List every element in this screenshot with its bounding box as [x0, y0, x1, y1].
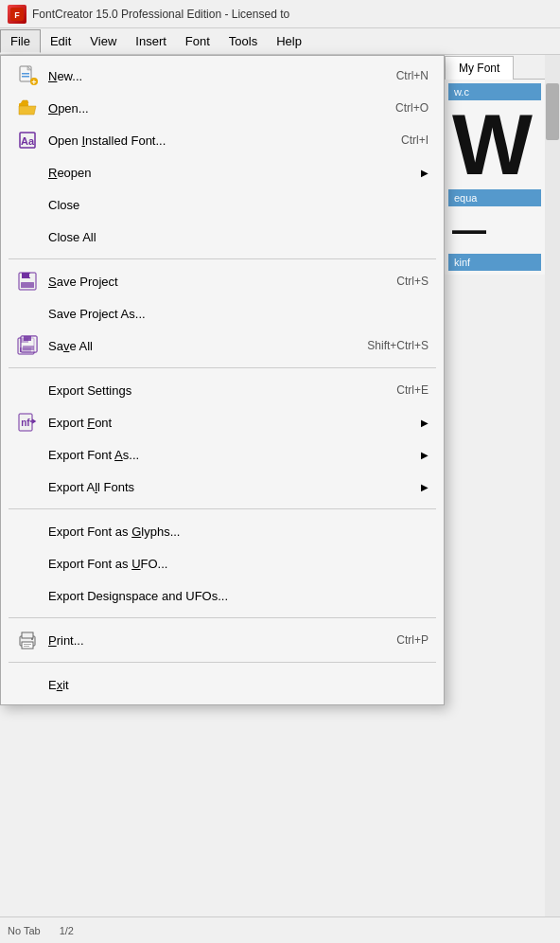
- bottom-bar: No Tab 1/2: [0, 916, 560, 943]
- save-project-icon: [12, 270, 43, 293]
- svg-rect-4: [22, 73, 29, 75]
- export-settings-icon-placeholder: [12, 379, 43, 401]
- svg-rect-28: [24, 646, 29, 647]
- menu-item-export-font[interactable]: nf Export Font ▶: [1, 406, 444, 438]
- menu-item-save-all[interactable]: Save All Shift+Ctrl+S: [1, 329, 444, 362]
- menu-item-save-project[interactable]: Save Project Ctrl+S: [1, 265, 444, 297]
- menu-file[interactable]: File: [0, 29, 41, 53]
- menu-item-export-settings[interactable]: Export Settings Ctrl+E: [1, 374, 444, 406]
- svg-rect-12: [22, 273, 30, 278]
- svg-rect-5: [22, 76, 29, 78]
- menu-item-open-shortcut: Ctrl+O: [395, 101, 429, 115]
- export-all-fonts-icon-placeholder: [12, 475, 43, 498]
- scrollbar-thumb[interactable]: [546, 83, 559, 140]
- open-installed-icon: Aa: [12, 129, 43, 151]
- menu-item-export-all-fonts[interactable]: Export All Fonts ▶: [1, 471, 444, 503]
- close-icon-placeholder: [12, 193, 43, 216]
- svg-rect-25: [22, 632, 33, 638]
- menu-item-export-font-as-label: Export Font As...: [48, 448, 413, 462]
- menu-bar: File Edit View Insert Font Tools Help: [0, 28, 560, 55]
- menu-item-export-glyphs-label: Export Font as Glyphs...: [48, 525, 429, 539]
- svg-rect-26: [22, 642, 33, 649]
- font-tab-label: My Font: [459, 62, 499, 75]
- dropdown-section-1: + New... Ctrl+N Open... Ctrl+O Aa: [1, 56, 444, 255]
- svg-text:F: F: [14, 10, 20, 20]
- menu-item-export-ufo-label: Export Font as UFO...: [48, 557, 429, 571]
- export-font-arrow-icon: ▶: [421, 418, 429, 428]
- menu-help[interactable]: Help: [267, 30, 311, 52]
- separator-1: [9, 258, 436, 259]
- menu-item-export-font-label: Export Font: [48, 416, 413, 430]
- reopen-arrow-icon: ▶: [421, 168, 429, 178]
- menu-item-exit-label: Exit: [48, 678, 429, 692]
- menu-item-save-project-label: Save Project: [48, 275, 359, 289]
- bottom-bar-page: 1/2: [60, 925, 74, 936]
- save-as-icon-placeholder: [12, 302, 43, 325]
- menu-item-new[interactable]: + New... Ctrl+N: [1, 60, 444, 92]
- menu-item-export-designspace[interactable]: Export Designspace and UFOs...: [1, 579, 444, 612]
- reopen-icon-placeholder: [12, 161, 43, 184]
- title-bar: F FontCreator 15.0 Professional Edition …: [0, 0, 560, 28]
- separator-4: [9, 617, 436, 618]
- menu-item-save-all-shortcut: Shift+Ctrl+S: [367, 339, 429, 352]
- menu-item-exit[interactable]: Exit: [1, 668, 444, 701]
- separator-3: [9, 508, 436, 509]
- dropdown-section-6: Exit: [1, 667, 444, 704]
- menu-item-open-installed[interactable]: Aa Open Installed Font... Ctrl+I: [1, 124, 444, 156]
- svg-rect-20: [24, 336, 31, 341]
- menu-item-export-designspace-label: Export Designspace and UFOs...: [48, 589, 429, 603]
- menu-item-close-all[interactable]: Close All: [1, 221, 444, 253]
- menu-item-open-installed-shortcut: Ctrl+I: [401, 133, 429, 147]
- dropdown-section-3: Export Settings Ctrl+E nf Export Font ▶ …: [1, 372, 444, 505]
- vertical-scrollbar[interactable]: [545, 55, 560, 943]
- app-title: FontCreator 15.0 Professional Edition - …: [32, 8, 289, 21]
- menu-item-export-font-as[interactable]: Export Font As... ▶: [1, 438, 444, 471]
- right-panel-dash: —: [448, 206, 541, 254]
- menu-item-print-label: Print...: [48, 633, 359, 648]
- export-designspace-icon-placeholder: [12, 584, 43, 607]
- font-tab[interactable]: My Font: [445, 56, 514, 80]
- exit-icon-placeholder: [12, 673, 43, 696]
- export-font-as-arrow-icon: ▶: [421, 450, 429, 460]
- menu-item-export-glyphs[interactable]: Export Font as Glyphs...: [1, 515, 444, 547]
- menu-item-new-shortcut: Ctrl+N: [396, 69, 429, 82]
- menu-item-save-project-as-label: Save Project As...: [48, 307, 429, 321]
- export-font-icon: nf: [12, 411, 43, 434]
- svg-rect-27: [24, 644, 31, 645]
- menu-item-close-all-label: Close All: [48, 230, 429, 244]
- separator-2: [9, 367, 436, 368]
- dropdown-section-5: Print... Ctrl+P: [1, 622, 444, 658]
- separator-5: [9, 662, 436, 663]
- app-icon: F: [8, 5, 26, 24]
- svg-text:nf: nf: [21, 418, 30, 428]
- menu-item-reopen-label: Reopen: [48, 166, 413, 180]
- menu-tools[interactable]: Tools: [219, 30, 267, 52]
- menu-item-save-project-shortcut: Ctrl+S: [396, 275, 429, 288]
- menu-item-export-ufo[interactable]: Export Font as UFO...: [1, 547, 444, 579]
- menu-item-open[interactable]: Open... Ctrl+O: [1, 92, 444, 124]
- menu-item-close[interactable]: Close: [1, 188, 444, 221]
- menu-item-save-project-as[interactable]: Save Project As...: [1, 297, 444, 329]
- menu-item-print-shortcut: Ctrl+P: [396, 633, 429, 647]
- save-all-icon: [12, 334, 43, 357]
- menu-view[interactable]: View: [80, 30, 126, 52]
- menu-item-reopen[interactable]: Reopen ▶: [1, 156, 444, 188]
- file-dropdown-menu: + New... Ctrl+N Open... Ctrl+O Aa: [0, 55, 445, 705]
- open-icon: [12, 97, 43, 119]
- menu-item-save-all-label: Save All: [48, 339, 329, 353]
- menu-edit[interactable]: Edit: [41, 30, 80, 52]
- right-panel-content: w.c W equa — kinf: [445, 80, 545, 275]
- print-icon: [12, 629, 43, 651]
- svg-rect-29: [31, 638, 33, 640]
- menu-insert[interactable]: Insert: [126, 30, 176, 52]
- svg-text:Aa: Aa: [21, 135, 35, 147]
- menu-item-print[interactable]: Print... Ctrl+P: [1, 624, 444, 656]
- menu-font[interactable]: Font: [176, 30, 219, 52]
- new-icon: +: [12, 64, 43, 87]
- svg-rect-13: [21, 282, 34, 288]
- right-panel-big-char: W: [448, 102, 541, 187]
- right-panel-item-3: kinf: [448, 254, 541, 271]
- close-all-icon-placeholder: [12, 225, 43, 248]
- svg-text:+: +: [31, 78, 36, 87]
- export-ufo-icon-placeholder: [12, 552, 43, 575]
